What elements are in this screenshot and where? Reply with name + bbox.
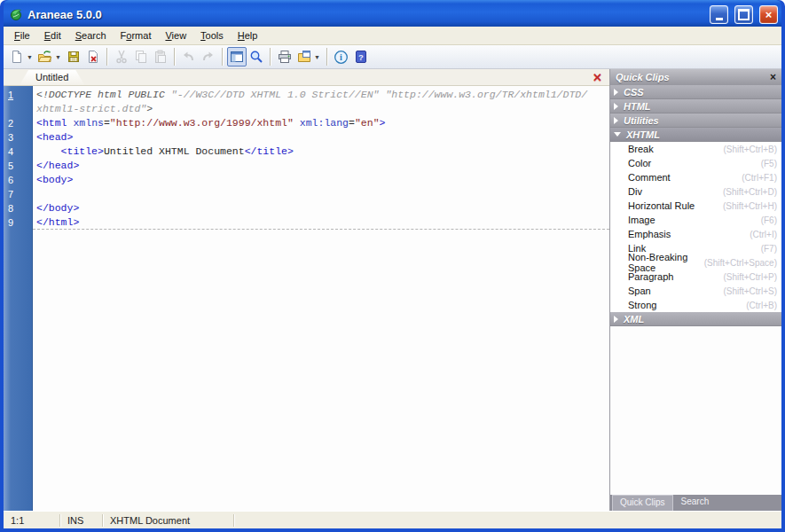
line-number: 6 [4, 173, 32, 187]
toggle-panel-button[interactable] [227, 47, 247, 66]
section-xhtml[interactable]: XHTML [610, 128, 781, 142]
titlebar[interactable]: Araneae 5.0.0 × [4, 0, 781, 27]
cut-button[interactable] [112, 47, 131, 66]
menu-format[interactable]: Format [114, 27, 159, 43]
panel-tab-quick-clips[interactable]: Quick Clips [612, 495, 673, 511]
new-document-icon [10, 50, 24, 64]
app-icon [9, 7, 23, 21]
window-title: Araneae 5.0.0 [27, 8, 703, 21]
minimize-button[interactable] [710, 5, 728, 24]
panel-close-icon[interactable]: × [770, 72, 776, 82]
close-button[interactable]: × [759, 5, 778, 24]
help-button[interactable]: ? [351, 47, 371, 66]
clip-label: Emphasis [628, 229, 671, 239]
clip-label: Comment [628, 172, 671, 183]
chevron-right-icon [614, 89, 618, 96]
browser-preview-icon [297, 50, 311, 64]
menu-file[interactable]: File [7, 27, 37, 43]
chevron-right-icon [614, 117, 618, 124]
menu-edit[interactable]: Edit [37, 27, 68, 43]
clip-shortcut: (Shift+Ctrl+H) [723, 201, 777, 211]
help-icon: ? [354, 50, 368, 64]
section-utilities[interactable]: Utilities [610, 113, 781, 128]
menu-search[interactable]: Search [68, 27, 114, 43]
panel-tab-search[interactable]: Search [674, 495, 717, 511]
clip-item-comment[interactable]: Comment(Ctrl+F1) [610, 170, 781, 184]
toolbar-separator [106, 48, 108, 66]
section-xml[interactable]: XML [610, 312, 781, 326]
copy-button[interactable] [131, 47, 151, 66]
quick-clips-sections: CSSHTMLUtilitiesXHTMLBreak(Shift+Ctrl+B)… [610, 85, 781, 326]
save-button[interactable] [64, 47, 83, 66]
redo-icon [200, 50, 216, 64]
line-number: 3 [4, 130, 32, 145]
browser-preview-button[interactable] [294, 47, 314, 66]
zoom-button[interactable] [247, 47, 266, 66]
code-line: </body> [33, 201, 609, 215]
line-number: 1 [4, 88, 32, 102]
quick-clips-panel: Quick Clips × CSSHTMLUtilitiesXHTMLBreak… [609, 69, 781, 511]
clip-shortcut: (F7) [761, 244, 777, 254]
print-icon [278, 50, 292, 64]
clip-shortcut: (Shift+Ctrl+B) [723, 145, 777, 154]
close-tab-icon[interactable]: ✕ [593, 72, 602, 83]
main-area: Untitled ✕ 123456789 <!DOCTYPE html PUBL… [4, 69, 781, 511]
section-label: CSS [624, 87, 644, 98]
clip-item-span[interactable]: Span(Shift+Ctrl+S) [610, 284, 781, 298]
paste-button[interactable] [151, 47, 170, 66]
menu-help[interactable]: Help [231, 27, 265, 43]
tab-label: Untitled [35, 72, 68, 82]
clip-label: Break [628, 144, 654, 154]
line-number: 5 [4, 159, 32, 173]
clip-shortcut: (F5) [761, 159, 777, 168]
clip-item-div[interactable]: Div(Shift+Ctrl+D) [610, 184, 781, 199]
quick-clips-header: Quick Clips × [610, 69, 781, 85]
clip-item-break[interactable]: Break(Shift+Ctrl+B) [610, 142, 781, 156]
editor-pane: Untitled ✕ 123456789 <!DOCTYPE html PUBL… [4, 69, 609, 511]
code-editor[interactable]: 123456789 <!DOCTYPE html PUBLIC "-//W3C/… [4, 86, 609, 511]
browser-preview-dropdown[interactable]: ▼ [314, 54, 320, 60]
menu-view[interactable]: View [158, 27, 193, 43]
code-area[interactable]: <!DOCTYPE html PUBLIC "-//W3C//DTD XHTML… [33, 86, 609, 511]
insert-mode: INS [60, 514, 103, 527]
close-document-button[interactable] [83, 47, 103, 66]
new-document-button[interactable] [7, 47, 27, 66]
new-document-dropdown[interactable]: ▼ [27, 54, 33, 60]
clip-item-strong[interactable]: Strong(Ctrl+B) [610, 298, 781, 312]
clip-item-image[interactable]: Image(F6) [610, 213, 781, 227]
quick-clips-title: Quick Clips [616, 72, 770, 82]
menu-tools[interactable]: Tools [193, 27, 231, 43]
panel-bottom-tabs: Quick ClipsSearch [610, 495, 781, 511]
line-number: 8 [4, 201, 32, 215]
status-bar: 1:1 INS XHTML Document [4, 511, 781, 528]
maximize-button[interactable] [734, 5, 753, 24]
toolbar: ▼ ▼ [4, 45, 781, 69]
clip-item-non-breaking-space[interactable]: Non-Breaking Space(Shift+Ctrl+Space) [610, 255, 781, 270]
open-file-button[interactable] [35, 47, 55, 66]
code-line: <title>Untitled XHTML Document</title> [33, 145, 609, 159]
code-line: xhtml1-strict.dtd"> [33, 102, 609, 116]
redo-button[interactable] [199, 47, 218, 66]
code-line: <html xmlns="http://www.w3.org/1999/xhtm… [33, 116, 609, 130]
line-number [4, 102, 32, 116]
undo-icon [181, 50, 196, 64]
clip-item-horizontal-rule[interactable]: Horizontal Rule(Shift+Ctrl+H) [610, 199, 781, 213]
tab-bar: Untitled ✕ [4, 69, 609, 86]
section-css[interactable]: CSS [610, 85, 781, 99]
code-line: <body> [33, 173, 609, 187]
clip-shortcut: (Ctrl+B) [746, 301, 777, 310]
info-button[interactable]: i [332, 47, 351, 66]
section-html[interactable]: HTML [610, 99, 781, 113]
tab-untitled[interactable]: Untitled [20, 70, 84, 85]
toolbar-separator [270, 48, 271, 66]
print-button[interactable] [275, 47, 294, 66]
clip-item-emphasis[interactable]: Emphasis(Ctrl+I) [610, 227, 781, 241]
undo-button[interactable] [179, 47, 199, 66]
document-type: XHTML Document [103, 514, 234, 527]
info-icon: i [334, 50, 349, 65]
clip-shortcut: (Ctrl+I) [750, 230, 777, 239]
clip-label: Strong [628, 300, 656, 310]
open-file-dropdown[interactable]: ▼ [55, 54, 61, 60]
clip-item-color[interactable]: Color(F5) [610, 156, 781, 170]
copy-icon [134, 50, 148, 64]
